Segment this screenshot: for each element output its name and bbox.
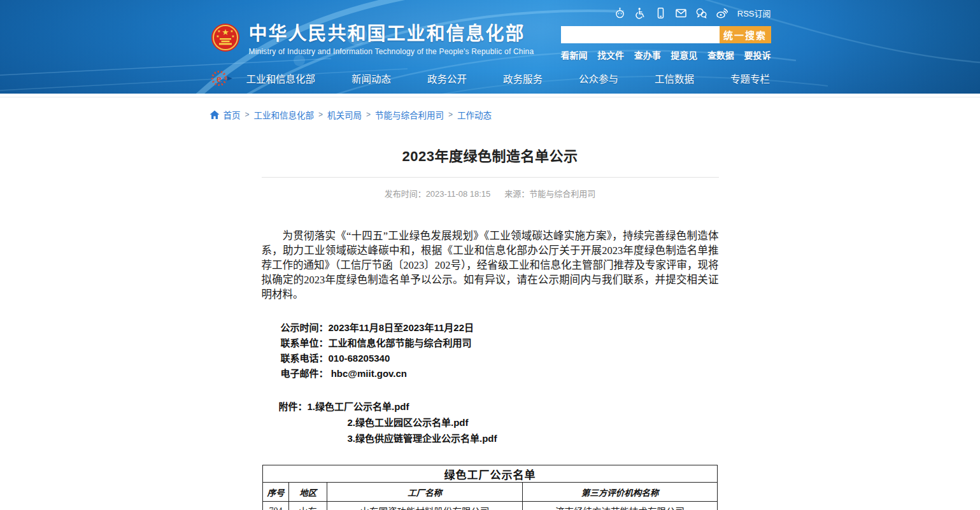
- notice-period-line: 公示时间：2023年11月8日至2023年11月22日: [281, 320, 719, 336]
- breadcrumb-miit[interactable]: 工业和信息化部: [254, 108, 315, 121]
- unified-search-button[interactable]: 统一搜索: [720, 26, 771, 43]
- table-title: 绿色工厂公示名单: [263, 465, 718, 483]
- header-icon-row: RSS订阅: [561, 6, 771, 20]
- breadcrumb-work-news[interactable]: 工作动态: [457, 108, 492, 121]
- quick-link-feedback[interactable]: 提意见: [671, 48, 697, 61]
- table-header-row: 序号 地区 工厂名称 第三方评价机构名称: [263, 483, 718, 502]
- svg-text:★: ★: [231, 34, 234, 38]
- attachment-link-green-park[interactable]: 2.绿色工业园区公示名单.pdf: [348, 414, 719, 430]
- breadcrumb: 首页 > 工业和信息化部 > 机关司局 > 节能与综合利用司 > 工作动态: [209, 108, 771, 121]
- rss-subscribe-link[interactable]: RSS订阅: [737, 7, 771, 19]
- mail-icon[interactable]: [675, 7, 687, 19]
- article-paragraph: 为贯彻落实《“十四五”工业绿色发展规划》《工业领域碳达峰实施方案》，持续完善绿色…: [262, 229, 719, 302]
- cell-factory-name: 山东国瓷功能材料股份有限公司: [327, 502, 523, 510]
- col-header-evaluator-name: 第三方评价机构名称: [523, 483, 718, 502]
- breadcrumb-separator: >: [318, 110, 323, 119]
- article-body: 为贯彻落实《“十四五”工业绿色发展规划》《工业领域碳达峰实施方案》，持续完善绿色…: [262, 229, 719, 302]
- quick-links: 看新闻 找文件 查办事 提意见 查数据 要投诉: [561, 48, 771, 61]
- site-banner: ★ ★ ★ ★ ★ 中华人民共和国工业和信息化部 Ministry of Ind…: [0, 0, 980, 94]
- national-emblem-icon: ★ ★ ★ ★ ★: [211, 23, 240, 52]
- breadcrumb-energy-dept[interactable]: 节能与综合利用司: [375, 108, 444, 121]
- cell-index: 704: [263, 502, 289, 510]
- attachments-block: 附件：1.绿色工厂公示名单.pdf 2.绿色工业园区公示名单.pdf 3.绿色供…: [262, 399, 719, 446]
- contact-phone-line: 联系电话：010-68205340: [281, 351, 719, 366]
- nav-item-participation[interactable]: 公众参与: [579, 71, 618, 85]
- breadcrumb-departments[interactable]: 机关司局: [327, 108, 362, 121]
- accessibility-icon[interactable]: [634, 7, 646, 19]
- table-title-row: 绿色工厂公示名单: [263, 465, 718, 483]
- breadcrumb-separator: >: [448, 110, 453, 119]
- header-tools: RSS订阅 统一搜索 看新闻 找文件 查办事 提意见 查数据 要投诉: [561, 6, 771, 61]
- nav-item-gov-service[interactable]: 政务服务: [503, 71, 543, 85]
- site-brand[interactable]: ★ ★ ★ ★ ★ 中华人民共和国工业和信息化部 Ministry of Ind…: [211, 18, 534, 56]
- attachment-link-green-factory[interactable]: 1.绿色工厂公示名单.pdf: [308, 401, 409, 412]
- nav-items: 工业和信息化部 新闻动态 政务公开 政务服务 公众参与 工信数据 专题专栏: [246, 71, 807, 85]
- search-input[interactable]: [561, 26, 720, 43]
- svg-text:★: ★: [216, 34, 219, 38]
- table-row: 704 山东 山东国瓷功能材料股份有限公司 济南经纬方达节能技术有限公司: [263, 502, 718, 510]
- attachment-link-green-supply-chain[interactable]: 3.绿色供应链管理企业公示名单.pdf: [348, 430, 719, 446]
- col-header-index: 序号: [263, 483, 289, 502]
- col-header-region: 地区: [289, 483, 327, 502]
- nav-item-special[interactable]: 专题专栏: [730, 71, 770, 85]
- site-subtitle-en: Ministry of Industry and Information Tec…: [249, 47, 534, 56]
- search-bar: 统一搜索: [561, 26, 771, 43]
- page: ★ ★ ★ ★ ★ 中华人民共和国工业和信息化部 Ministry of Ind…: [0, 0, 980, 510]
- contact-email-line: 电子邮件： hbc@miit.gov.cn: [281, 366, 719, 381]
- nav-item-miit[interactable]: 工业和信息化部: [246, 71, 316, 85]
- breadcrumb-home[interactable]: 首页: [224, 108, 241, 121]
- contact-unit-line: 联系单位：工业和信息化部节能与综合利用司: [281, 336, 719, 351]
- site-title: 中华人民共和国工业和信息化部: [249, 18, 534, 45]
- mascot-icon[interactable]: [614, 7, 626, 19]
- weibo-icon[interactable]: [716, 7, 728, 19]
- breadcrumb-separator: >: [366, 110, 371, 119]
- article: 2023年度绿色制造名单公示 发布时间：2023-11-08 18:15来源：节…: [262, 145, 719, 510]
- mobile-icon[interactable]: [655, 7, 667, 19]
- green-factory-table: 绿色工厂公示名单 序号 地区 工厂名称 第三方评价机构名称 704 山东 山东国…: [262, 465, 718, 510]
- quick-link-files[interactable]: 找文件: [597, 48, 624, 61]
- home-icon: [209, 110, 220, 120]
- quick-link-data[interactable]: 查数据: [707, 48, 734, 61]
- quick-link-complaint[interactable]: 要投诉: [744, 48, 771, 61]
- quick-link-affairs[interactable]: 查办事: [634, 48, 661, 61]
- article-title: 2023年度绿色制造名单公示: [262, 145, 719, 165]
- svg-text:★: ★: [230, 29, 233, 33]
- nav-item-news[interactable]: 新闻动态: [352, 71, 391, 85]
- source-label: 来源：: [504, 189, 529, 199]
- attachments-label: 附件：: [279, 401, 308, 412]
- title-divider: [262, 177, 719, 178]
- nav-item-gov-open[interactable]: 政务公开: [427, 71, 467, 85]
- article-meta: 发布时间：2023-11-08 18:15来源：节能与综合利用司: [262, 187, 719, 199]
- publish-time-label: 发布时间：: [385, 189, 426, 199]
- main-nav: e 工业和信息化部 新闻动态 政务公开 政务服务 公众参与 工信数据 专题专栏: [209, 68, 771, 89]
- svg-text:e: e: [217, 73, 222, 85]
- contact-info-block: 公示时间：2023年11月8日至2023年11月22日 联系单位：工业和信息化部…: [281, 320, 719, 381]
- nav-item-data[interactable]: 工信数据: [655, 71, 694, 85]
- svg-text:★: ★: [222, 27, 229, 37]
- svg-text:★: ★: [217, 29, 220, 33]
- cell-evaluator-name: 济南经纬方达节能技术有限公司: [523, 502, 718, 510]
- wechat-icon[interactable]: [695, 7, 707, 19]
- cell-region: 山东: [289, 502, 327, 510]
- col-header-factory-name: 工厂名称: [327, 483, 523, 502]
- quick-link-news[interactable]: 看新闻: [561, 48, 588, 61]
- breadcrumb-separator: >: [245, 110, 250, 119]
- miit-e-logo-icon: e: [209, 68, 234, 89]
- source-value: 节能与综合利用司: [529, 189, 595, 199]
- publish-time-value: 2023-11-08 18:15: [426, 189, 491, 199]
